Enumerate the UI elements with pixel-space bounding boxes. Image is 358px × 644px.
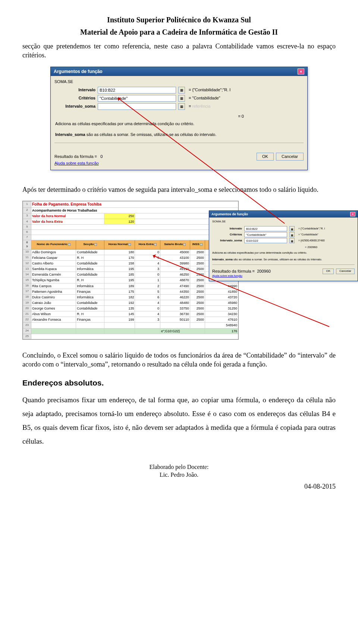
vhora-normal-label: Valor da hora Normal bbox=[31, 213, 104, 219]
filter-icon[interactable] bbox=[128, 243, 131, 246]
dialog-description: Adiciona as células especificadas por um… bbox=[212, 251, 355, 255]
range-picker-icon[interactable]: ▦ bbox=[178, 103, 185, 110]
arg-input-isoma[interactable] bbox=[98, 103, 176, 110]
equals-zero: = 0 bbox=[54, 114, 244, 119]
table-row[interactable]: 22Alexandre FonsecaFinanças1993501102500… bbox=[23, 317, 238, 323]
table-row[interactable]: 20George GomesContabilidade1350337502500… bbox=[23, 306, 238, 311]
close-icon[interactable]: × bbox=[298, 69, 304, 74]
filter-icon[interactable] bbox=[68, 243, 70, 246]
footer-line-2: Lic. Pedro João. bbox=[22, 471, 336, 479]
arg-input-criterios[interactable] bbox=[98, 95, 176, 102]
arg-input-isoma[interactable] bbox=[244, 238, 287, 243]
table-row[interactable]: 12Castro AlbertoContabilidade15843998025… bbox=[23, 260, 238, 266]
dialog-arg-description: Intervalo_soma são as células a somar. S… bbox=[212, 258, 355, 261]
middle-paragraph: Após ter determinado o critério vamos de… bbox=[22, 185, 336, 194]
table-row[interactable]: 17Pattersen AgostinhaFinanças17554435025… bbox=[23, 289, 238, 294]
vhora-extra-label: Valor da hora Extra bbox=[31, 219, 104, 224]
range-picker-icon[interactable]: ▦ bbox=[178, 95, 185, 102]
arg-label-isoma: Intervalo_soma bbox=[212, 239, 242, 243]
table-row[interactable]: 19Catraio JoãoContabilidade1924484802500… bbox=[23, 300, 238, 305]
filter-icon[interactable] bbox=[200, 243, 202, 246]
range-picker-icon[interactable]: ▦ bbox=[178, 87, 185, 93]
arg-result-intervalo: = {"Contabilidade";"R. I bbox=[298, 227, 325, 230]
equals-result: = 200960 bbox=[212, 245, 317, 250]
table-row[interactable]: 16Rita CamposInformática1892474902500449… bbox=[23, 283, 238, 289]
table-header-row: 89 Nome do Funcionário Secção Horas Norm… bbox=[23, 240, 238, 250]
arg-result-isoma: = {42500;40600;37480 bbox=[298, 239, 325, 242]
function-name: SOMA.SE bbox=[54, 79, 304, 85]
intro-paragraph: secção que pretendemos ter como referenc… bbox=[22, 42, 336, 60]
sheet-title-1: Folha de Pagamento. Empresa Toshiba bbox=[31, 202, 238, 208]
ok-button[interactable]: OK bbox=[323, 269, 334, 274]
vhora-extra-value[interactable]: 120 bbox=[104, 219, 135, 224]
arg-input-intervalo[interactable] bbox=[98, 87, 176, 93]
range-picker-icon[interactable]: ▦ bbox=[289, 226, 295, 231]
screenshot-2: 1Folha de Pagamento. Empresa Toshiba 2Ac… bbox=[22, 201, 336, 340]
function-args-dialog-1: Argumentos de função × SOMA.SE Intervalo… bbox=[50, 67, 308, 170]
spreadsheet: 1Folha de Pagamento. Empresa Toshiba 2Ac… bbox=[22, 201, 239, 340]
ok-button[interactable]: OK bbox=[257, 153, 274, 161]
absolute-address-paragraph: Quando precisamos fixar um endereço, de … bbox=[22, 393, 336, 448]
dialog-titlebar: Argumentos de função × bbox=[51, 67, 307, 76]
dialog-description: Adiciona as células especificadas por um… bbox=[55, 121, 303, 127]
table-row[interactable]: 10Adão DomingosContabilidade180045000250… bbox=[23, 249, 238, 255]
cancel-button[interactable]: Cancelar bbox=[276, 153, 304, 161]
vhora-normal-value[interactable]: 250 bbox=[104, 213, 135, 219]
sheet-title-2: Acompanhamento de Horas Trabalhadas bbox=[31, 207, 238, 213]
dialog-title-text: Argumentos de função bbox=[54, 69, 103, 74]
arg-label-intervalo: Intervalo bbox=[212, 227, 242, 231]
dialog-title-text: Argumentos de função bbox=[211, 212, 248, 216]
filter-icon[interactable] bbox=[94, 243, 97, 246]
formula-result: Resultado da fórmula = 0 bbox=[54, 154, 103, 159]
arg-result-isoma: = referência bbox=[189, 104, 210, 109]
table-row[interactable]: 21Abus WilsonR. H145436730250034230 bbox=[23, 311, 238, 317]
help-link[interactable]: Ajuda sobre esta função bbox=[54, 161, 304, 166]
arg-input-intervalo[interactable] bbox=[244, 226, 287, 231]
cancel-button[interactable]: Cancelar bbox=[336, 269, 355, 274]
function-args-dialog-2: Argumentos de função × SOMA.SE Intervalo… bbox=[209, 210, 358, 281]
close-icon[interactable]: × bbox=[350, 212, 355, 216]
arg-input-criterios[interactable] bbox=[244, 232, 287, 237]
filter-icon[interactable] bbox=[183, 243, 186, 246]
dialog-arg-description: Intervalo_soma são as células a somar. S… bbox=[55, 132, 303, 137]
table-row[interactable]: 15Tchipiliça NgumbaR. H19514887025004837… bbox=[23, 277, 238, 283]
arg-label-criterios: Critérios bbox=[54, 95, 95, 101]
arg-label-criterios: Critérios bbox=[212, 233, 242, 237]
page-title-2: Material de Apoio para a Cadeira de Info… bbox=[22, 27, 336, 37]
footer-line-1: Elaborado pelo Docente: bbox=[22, 463, 336, 471]
section-heading: Endereços absolutos. bbox=[22, 378, 336, 388]
arg-result-criterios: = "Contabilidade" bbox=[189, 95, 220, 101]
table-row[interactable]: 11Feliciana GasparR. H170543100250040600 bbox=[23, 255, 238, 260]
help-link[interactable]: Ajuda sobre esta função bbox=[212, 274, 355, 278]
table-row[interactable]: 18Dulce CasimiroInformática1826462202500… bbox=[23, 294, 238, 300]
filter-icon[interactable] bbox=[154, 243, 157, 246]
dialog-titlebar: Argumentos de função × bbox=[209, 211, 358, 218]
page-title-1: Instituto Superior Politécnico do Kwanza… bbox=[22, 15, 336, 25]
range-picker-icon[interactable]: ▦ bbox=[289, 238, 295, 243]
range-picker-icon[interactable]: ▦ bbox=[289, 232, 295, 237]
arg-result-intervalo: = {"Contabilidade";"R. I bbox=[189, 87, 230, 93]
arg-result-criterios: = "Contabilidade" bbox=[298, 233, 318, 236]
screenshot-1: Argumentos de função × SOMA.SE Intervalo… bbox=[22, 67, 336, 170]
formula-result: Resultado da fórmula = 200960 bbox=[212, 269, 271, 274]
sum-row: 23548940 bbox=[23, 323, 238, 328]
footer-date: 04-08-2015 bbox=[22, 482, 336, 491]
arg-label-intervalo: Intervalo bbox=[54, 87, 95, 93]
table-row[interactable]: 13Sambita KupacaInformática1953491102500… bbox=[23, 266, 238, 272]
concluindo-paragraph: Concluindo, o Excel somou o salário líqu… bbox=[22, 351, 336, 369]
formula-row[interactable]: 24e";G10:G22)176 bbox=[23, 328, 238, 334]
arg-label-isoma: Intervalo_soma bbox=[54, 104, 95, 109]
